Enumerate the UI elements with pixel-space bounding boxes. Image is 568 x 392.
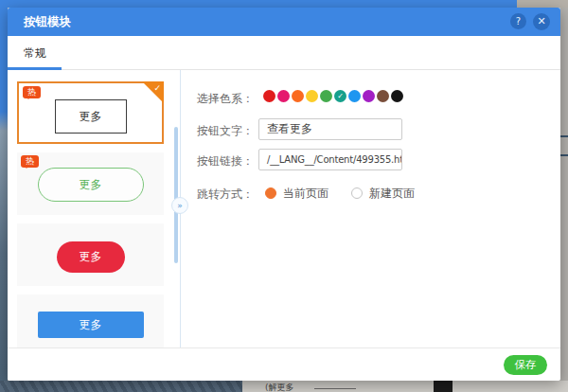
save-button[interactable]: 保存 bbox=[504, 355, 547, 375]
background-page-header bbox=[0, 0, 517, 8]
hot-badge: 热 bbox=[21, 155, 39, 168]
preview-button-label: 更多 bbox=[55, 99, 127, 134]
background-page-edge bbox=[517, 0, 568, 8]
dialog-title: 按钮模块 bbox=[24, 8, 71, 36]
preview-button-label: 更多 bbox=[38, 312, 144, 338]
help-icon[interactable]: ? bbox=[510, 13, 526, 29]
jump-option-label: 当前页面 bbox=[283, 187, 328, 200]
button-text-input[interactable]: 查看更多 bbox=[258, 118, 402, 140]
color-swatch-8[interactable] bbox=[377, 90, 389, 102]
dialog-titlebar: 按钮模块 ? ✕ bbox=[8, 8, 560, 36]
color-swatch-2[interactable] bbox=[292, 90, 304, 102]
button-link-label: 按钮链接： bbox=[187, 153, 254, 169]
background-page-scroll-area bbox=[560, 8, 568, 381]
background-mark bbox=[560, 154, 568, 156]
style-option-green-pill[interactable]: 热更多 bbox=[17, 152, 164, 215]
radio-unselected-icon[interactable] bbox=[351, 187, 363, 199]
background-page-bottom: (解更多 bbox=[0, 381, 568, 392]
check-icon: ✓ bbox=[334, 90, 346, 102]
jump-option-1[interactable]: 新建页面 bbox=[351, 186, 415, 202]
preview-button-label: 更多 bbox=[38, 168, 144, 202]
button-text-label: 按钮文字： bbox=[187, 123, 254, 139]
style-option-red-pill[interactable]: 更多 bbox=[17, 223, 164, 286]
close-icon[interactable]: ✕ bbox=[533, 13, 550, 30]
style-option-blue-rect[interactable]: 更多 bbox=[17, 294, 164, 347]
check-icon: ✓ bbox=[153, 83, 161, 93]
style-list: ✓热更多热更多更多更多 bbox=[8, 70, 180, 347]
color-swatch-4[interactable] bbox=[320, 90, 332, 102]
background-photo bbox=[0, 381, 242, 392]
button-link-input[interactable]: /__LANG__/Content/499355.htm bbox=[258, 149, 402, 170]
color-swatch-6[interactable] bbox=[348, 90, 361, 102]
jump-option-0[interactable]: 当前页面 bbox=[265, 186, 328, 202]
color-swatch-3[interactable] bbox=[306, 90, 318, 102]
screen: (解更多 按钮模块 ? ✕ 常规 ✓热更多热更多更多更多 » 选择色系： ✓ 按… bbox=[0, 0, 568, 392]
style-option-outline-rect[interactable]: ✓热更多 bbox=[17, 81, 164, 144]
background-photo-edge bbox=[434, 381, 453, 392]
radio-selected-icon[interactable] bbox=[265, 187, 276, 199]
color-swatch-9[interactable] bbox=[391, 90, 403, 102]
color-scheme-label: 选择色系： bbox=[187, 91, 254, 107]
color-swatch-7[interactable] bbox=[363, 90, 375, 102]
color-swatches: ✓ bbox=[263, 90, 405, 103]
color-swatch-1[interactable] bbox=[277, 90, 290, 102]
dialog-footer: 保存 bbox=[8, 347, 560, 381]
background-partial-rule bbox=[314, 388, 356, 389]
collapse-panel-button[interactable]: » bbox=[171, 197, 188, 214]
background-page-left bbox=[0, 8, 8, 381]
tab-general[interactable]: 常规 bbox=[24, 36, 46, 70]
button-module-dialog: 按钮模块 ? ✕ 常规 ✓热更多热更多更多更多 » 选择色系： ✓ 按钮文字： … bbox=[8, 8, 560, 381]
preview-button-label: 更多 bbox=[57, 241, 125, 273]
jump-option-label: 新建页面 bbox=[369, 187, 415, 200]
tab-bar: 常规 bbox=[8, 36, 560, 70]
style-list-scrollbar[interactable] bbox=[174, 127, 178, 263]
color-swatch-5[interactable]: ✓ bbox=[334, 90, 346, 102]
jump-mode-label: 跳转方式： bbox=[187, 187, 254, 203]
color-swatch-0[interactable] bbox=[263, 90, 275, 102]
background-partial-text: (解更多 bbox=[265, 382, 294, 392]
jump-mode-radios: 当前页面新建页面 bbox=[265, 186, 437, 199]
background-mark bbox=[560, 135, 568, 137]
hot-badge: 热 bbox=[23, 86, 41, 98]
